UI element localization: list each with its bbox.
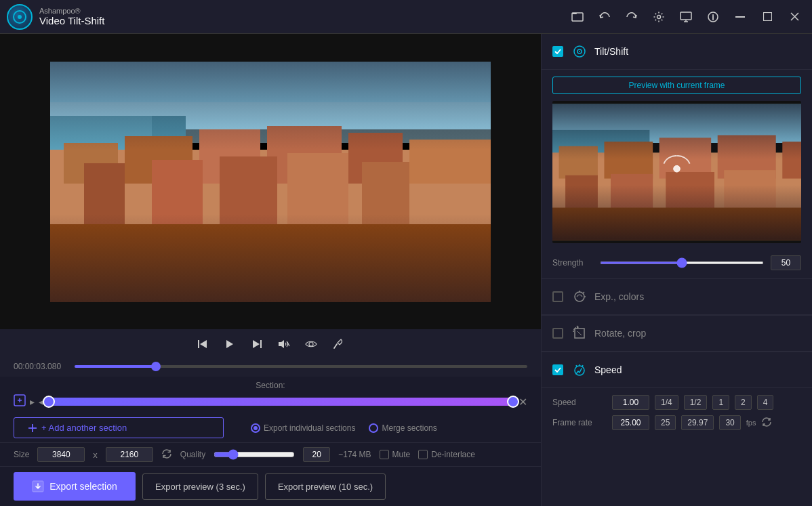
quality-value[interactable] (303, 447, 330, 462)
section-prev-arrow[interactable]: ▸ (30, 396, 35, 407)
svg-marker-29 (253, 340, 260, 348)
section-thumb-right[interactable] (507, 396, 519, 408)
merge-sections-option[interactable]: Merge sections (369, 423, 437, 433)
svg-marker-26 (200, 340, 207, 348)
open-file-button[interactable] (567, 6, 588, 28)
speed-value-input[interactable] (612, 395, 649, 410)
tilt-shift-header[interactable]: Tilt/Shift (542, 34, 812, 70)
logo-dot (18, 15, 22, 19)
svg-marker-28 (226, 340, 233, 348)
export-row: Export selection Export preview (3 sec.)… (0, 466, 541, 506)
svg-rect-55 (552, 104, 801, 159)
strength-value[interactable] (771, 255, 801, 270)
main-layout: 00:00:03.080 Section: ▸ ◂ (0, 34, 812, 506)
play-button[interactable] (219, 333, 241, 355)
speed-control-row: Speed 1/4 1/2 1 2 4 (552, 395, 801, 410)
timeline-thumb[interactable] (151, 362, 161, 371)
prev-frame-button[interactable] (192, 333, 214, 355)
add-export-row: + Add another section Export individual … (0, 415, 541, 442)
section-track[interactable] (49, 398, 513, 406)
svg-line-67 (582, 365, 583, 366)
svg-rect-27 (198, 340, 199, 348)
section-thumb-left[interactable] (43, 396, 55, 408)
maximize-button[interactable] (756, 6, 778, 28)
app-title-block: Ashampoo® Video Tilt-Shift (39, 7, 567, 26)
svg-point-57 (674, 165, 681, 172)
height-input[interactable] (106, 447, 153, 462)
preview-eye-button[interactable] (300, 333, 322, 355)
speed-preset-1-2-button[interactable]: 1/2 (684, 395, 708, 410)
exp-colors-header[interactable]: Exp., colors (542, 279, 812, 315)
export-individual-radio[interactable] (251, 423, 260, 433)
rotate-crop-checkbox[interactable] (552, 328, 563, 339)
info-button[interactable] (702, 6, 724, 28)
fps-preset-30-button[interactable]: 30 (719, 415, 740, 430)
width-input[interactable] (37, 447, 85, 462)
preview-current-frame-button[interactable]: Preview with current frame (552, 77, 801, 94)
speed-preset-1-4-button[interactable]: 1/4 (655, 395, 678, 410)
speed-header[interactable]: Speed (542, 352, 812, 388)
speed-preset-4-button[interactable]: 4 (757, 395, 774, 410)
reset-size-button[interactable] (161, 448, 172, 461)
export-individual-label: Export individual sections (264, 423, 355, 433)
settings-tool-button[interactable] (327, 333, 349, 355)
video-container (0, 34, 541, 329)
export-preview-3s-button[interactable]: Export preview (3 sec.) (142, 473, 258, 500)
tilt-shift-icon (570, 42, 589, 61)
rotate-crop-title: Rotate, crop (594, 328, 646, 339)
export-preview-10s-button[interactable]: Export preview (10 sec.) (265, 473, 386, 500)
monitor-button[interactable] (675, 6, 697, 28)
speed-preset-1-button[interactable]: 1 (712, 395, 729, 410)
section-export-icon[interactable] (14, 394, 26, 409)
framerate-label: Frame rate (552, 418, 607, 427)
minimize-button[interactable] (729, 6, 751, 28)
svg-line-63 (577, 331, 582, 335)
settings-button[interactable] (648, 6, 670, 28)
fps-unit-label: fps (746, 419, 756, 427)
tilt-shift-checkbox[interactable] (552, 46, 563, 57)
merge-sections-radio[interactable] (369, 423, 378, 433)
svg-rect-6 (763, 13, 771, 21)
exp-colors-checkbox[interactable] (552, 291, 563, 302)
undo-button[interactable] (594, 6, 615, 28)
app-brand: Ashampoo® (39, 7, 567, 15)
merge-sections-label: Merge sections (382, 423, 437, 433)
timeline-track[interactable] (75, 365, 527, 368)
deinterlace-checkbox[interactable] (418, 450, 428, 459)
speed-label: Speed (552, 398, 607, 407)
next-frame-button[interactable] (246, 333, 268, 355)
fps-preset-25-button[interactable]: 25 (655, 415, 676, 430)
right-panel: Tilt/Shift Preview with current frame (541, 34, 812, 506)
strength-slider[interactable] (600, 261, 764, 264)
export-selection-label: Export selection (49, 481, 117, 492)
mute-option[interactable]: Mute (380, 450, 411, 459)
add-section-button[interactable]: + Add another section (14, 417, 224, 438)
export-individual-option[interactable]: Export individual sections (251, 423, 355, 433)
export-selection-button[interactable]: Export selection (14, 472, 136, 501)
deinterlace-option[interactable]: De-interlace (418, 450, 475, 459)
svg-rect-21 (287, 153, 348, 224)
quality-slider[interactable] (214, 449, 295, 460)
speed-checkbox[interactable] (552, 364, 563, 375)
fps-preset-2997-button[interactable]: 29.97 (681, 415, 714, 430)
section-close-button[interactable]: ✕ (519, 396, 527, 408)
close-button[interactable] (784, 6, 805, 28)
volume-button[interactable] (273, 333, 295, 355)
size-label: Size (14, 450, 29, 459)
svg-rect-25 (50, 214, 491, 302)
speed-icon (570, 360, 589, 379)
time-display: 00:00:03.080 (14, 362, 68, 371)
svg-rect-24 (50, 62, 491, 150)
rotate-crop-header[interactable]: Rotate, crop (542, 316, 812, 352)
speed-preset-2-button[interactable]: 2 (735, 395, 752, 410)
add-section-label: + Add another section (41, 423, 127, 433)
section-range (49, 398, 513, 406)
redo-button[interactable] (621, 6, 643, 28)
fps-reset-button[interactable] (761, 417, 772, 429)
framerate-value-input[interactable] (612, 415, 649, 430)
app-logo (7, 4, 33, 30)
logo-ring (13, 10, 26, 24)
mute-checkbox[interactable] (380, 450, 389, 459)
svg-line-34 (334, 344, 337, 348)
quality-label: Quality (180, 450, 205, 459)
